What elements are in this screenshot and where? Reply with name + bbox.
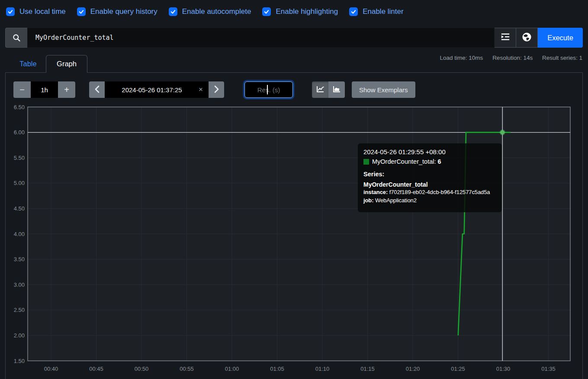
time-control-group: 2024-05-26 01:37:25 × xyxy=(89,81,224,98)
y-tick-label: 6.50 xyxy=(14,104,25,110)
y-tick-label: 6.00 xyxy=(14,129,25,136)
label-key: job xyxy=(363,197,375,204)
range-control-group: − + xyxy=(13,81,75,98)
decrease-range-button[interactable]: − xyxy=(13,81,31,98)
tooltip-value: 6 xyxy=(438,158,441,165)
x-tick-label: 01:15 xyxy=(360,366,375,372)
end-time-input[interactable]: 2024-05-26 01:37:25 × xyxy=(105,81,209,98)
y-tick-label: 4.00 xyxy=(14,231,25,237)
y-tick-label: 4.50 xyxy=(14,205,25,212)
chevron-left-icon xyxy=(95,85,100,94)
hover-point-marker xyxy=(501,130,504,134)
x-tick-label: 01:10 xyxy=(315,366,330,372)
line-chart-icon xyxy=(316,85,325,94)
label-key: instance xyxy=(363,189,389,195)
clear-time-icon[interactable]: × xyxy=(193,85,209,94)
x-tick-label: 00:45 xyxy=(89,366,103,372)
tooltip-metric-name: MyOrderCounter_total xyxy=(363,181,498,188)
end-time-value[interactable]: 2024-05-26 01:37:25 xyxy=(105,86,193,94)
x-tick-label: 01:20 xyxy=(406,366,420,372)
graph-controls: − + 2024-05-26 01:37:25 × Show Exemplars xyxy=(13,81,415,98)
chevron-right-icon xyxy=(214,85,219,94)
label-value: f702f189-eb02-4dcb-b964-f12577c5ad5a xyxy=(389,189,490,195)
resolution-input[interactable] xyxy=(244,81,293,98)
series-color-swatch xyxy=(363,159,369,165)
y-tick-label: 2.50 xyxy=(14,307,25,313)
y-tick-label: 3.00 xyxy=(14,282,25,288)
x-tick-label: 00:40 xyxy=(44,366,58,372)
tooltip-timestamp: 2024-05-26 01:29:55 +08:00 xyxy=(363,148,498,155)
tooltip-series-label: MyOrderCounter_total xyxy=(372,158,438,165)
y-tick-label: 5.50 xyxy=(14,155,25,161)
x-tick-label: 00:55 xyxy=(180,366,194,372)
stacked-chart-icon xyxy=(333,85,341,94)
x-tick-label: 01:05 xyxy=(270,366,284,372)
y-tick-label: 5.00 xyxy=(14,180,25,186)
chart-type-toggle xyxy=(312,81,345,98)
resolution-input-wrap xyxy=(244,81,293,98)
y-tick-label: 2.00 xyxy=(14,332,25,339)
next-time-button[interactable] xyxy=(209,81,224,98)
x-tick-label: 01:25 xyxy=(451,366,465,372)
x-tick-label: 01:30 xyxy=(496,366,511,372)
previous-time-button[interactable] xyxy=(89,81,105,98)
show-exemplars-button[interactable]: Show Exemplars xyxy=(352,81,415,98)
text-caret xyxy=(267,85,268,94)
tooltip-job-label: jobWebApplication2 xyxy=(363,196,498,204)
x-tick-label: 01:00 xyxy=(225,366,239,372)
tab-graph[interactable]: Graph xyxy=(46,55,87,73)
label-value: WebApplication2 xyxy=(375,197,417,204)
tooltip-instance-label: instancef702f189-eb02-4dcb-b964-f12577c5… xyxy=(363,188,498,196)
increase-range-button[interactable]: + xyxy=(58,81,75,98)
range-input[interactable] xyxy=(31,81,58,98)
y-tick-label: 3.50 xyxy=(14,256,25,262)
tooltip-series-row: MyOrderCounter_total 6 xyxy=(363,158,498,165)
tab-table[interactable]: Table xyxy=(10,55,46,73)
x-tick-label: 00:50 xyxy=(135,366,149,372)
y-tick-label: 1.50 xyxy=(14,358,25,364)
tooltip-series-heading: Series: xyxy=(363,171,498,178)
result-tabs: Table Graph xyxy=(10,55,87,73)
x-tick-label: 01:35 xyxy=(541,366,556,372)
graph-tooltip: 2024-05-26 01:29:55 +08:00 MyOrderCounte… xyxy=(358,143,502,212)
stacked-chart-button[interactable] xyxy=(328,81,345,98)
line-chart-button[interactable] xyxy=(312,81,328,98)
